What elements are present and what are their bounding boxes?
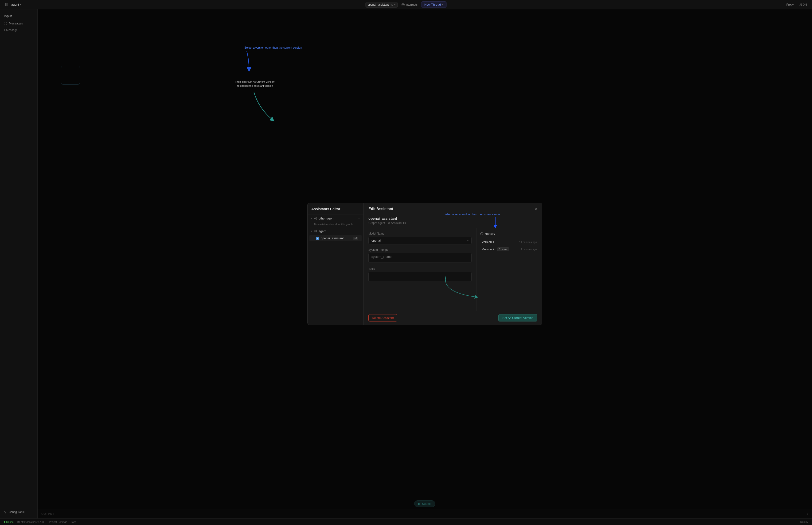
new-thread-dropdown-icon: ▾ (442, 3, 443, 6)
ea-footer: Delete Assistant Set As Current Version (364, 311, 542, 325)
messages-label: Messages (9, 21, 23, 25)
edit-assistant-panel: Edit Assistant × openai_assistant Graph:… (364, 203, 542, 325)
url-text: http://localhost:57689 (21, 521, 45, 523)
top-bar-left: agent ▾ (4, 2, 21, 7)
svg-line-9 (315, 218, 316, 218)
system-prompt-input[interactable] (368, 253, 472, 263)
svg-point-2 (401, 3, 404, 6)
agent-chevron: ∨ (311, 230, 312, 232)
logs-link[interactable]: Logs (71, 521, 76, 523)
history-version2-label: Version 2 (482, 247, 494, 251)
history-current-badge: Current (497, 247, 509, 251)
agent-label: agent (11, 3, 19, 6)
assistant-id-label: Assistant ID (391, 221, 406, 225)
model-name-value: openai (371, 239, 381, 242)
model-dropdown-icon: ▾ (467, 239, 469, 242)
agent-selector[interactable]: agent ▾ (11, 3, 21, 6)
add-message-label: + Message (4, 28, 18, 32)
svg-line-10 (315, 219, 316, 219)
ea-title: Edit Assistant (368, 207, 393, 211)
top-bar-center: openai_assistant v2 ▾ Interrupts New Thr… (366, 1, 447, 8)
check-icon: ✓ (316, 237, 319, 240)
top-bar-right: Pretty JSON (785, 3, 808, 7)
svg-line-15 (315, 231, 316, 232)
svg-point-11 (315, 230, 315, 231)
add-message-button[interactable]: + Message (0, 27, 37, 33)
svg-rect-1 (6, 3, 8, 6)
ae-title: Assistants Editor (311, 207, 340, 211)
project-settings-link[interactable]: Project Settings (49, 521, 67, 523)
set-current-version-button[interactable]: Set As Current Version (498, 314, 537, 321)
agent-graph-label: ∨ agent (311, 229, 326, 233)
center-area: ▶ Submit OUTPUT › Assistants Editor ∨ (37, 10, 812, 519)
new-thread-label: New Thread (424, 3, 441, 6)
agent-add-button[interactable]: + (358, 229, 360, 233)
ea-info: openai_assistant Graph: agent ⧉ Assistan… (364, 214, 542, 228)
modal-overlay: Assistants Editor ∨ other-agent (37, 10, 812, 519)
gear-icon (4, 511, 7, 514)
history-version1-label: Version 1 (482, 240, 494, 244)
graph-value: agent (378, 221, 385, 225)
other-agent-add-button[interactable]: + (358, 216, 360, 221)
tools-input[interactable] (368, 272, 472, 282)
no-assistants-text: No assistants found for this graph (308, 222, 364, 227)
model-name-group: Model Name openai ▾ (368, 232, 472, 244)
history-header: History (480, 232, 538, 236)
history-version1-info: Version 1 (482, 240, 494, 244)
left-sidebar: Input Messages + Message Configurable (0, 10, 37, 519)
main-layout: Input Messages + Message Configurable ▶ … (0, 10, 812, 519)
svg-point-5 (5, 512, 6, 512)
url-link[interactable]: http://localhost:57689 (17, 521, 45, 523)
pretty-button[interactable]: Pretty (785, 3, 795, 7)
interrupts-button[interactable]: Interrupts (401, 3, 417, 6)
history-version2-info: Version 2 Current (482, 247, 509, 251)
close-button[interactable]: × (535, 207, 537, 211)
ea-assistant-name: openai_assistant (368, 216, 537, 221)
delete-assistant-button[interactable]: Delete Assistant (368, 314, 397, 321)
configurable-button[interactable]: Configurable (0, 509, 37, 515)
online-label: Online (6, 521, 14, 523)
history-version1-time: 11 minutes ago (519, 241, 537, 243)
svg-line-14 (315, 230, 316, 231)
other-agent-graph-icon (314, 217, 317, 220)
online-dot (4, 521, 5, 523)
sidebar-toggle-button[interactable] (4, 2, 10, 7)
system-prompt-label: System Prompt (368, 248, 472, 252)
openai-assistant-item[interactable]: ✓ openai_assistant v2 (309, 235, 362, 241)
assistant-id-button[interactable]: ⧉ Assistant ID (388, 221, 406, 225)
messages-item[interactable]: Messages (0, 20, 37, 27)
version-number: v2 (391, 3, 394, 6)
tools-label: Tools (368, 267, 472, 270)
assistant-name: openai_assistant (321, 236, 344, 240)
agent-row[interactable]: ∨ agent + (308, 227, 364, 235)
version-name: openai_assistant (368, 3, 389, 6)
svg-point-7 (316, 217, 317, 218)
interrupts-icon (401, 3, 404, 6)
history-clock-icon (480, 232, 483, 235)
history-title: History (485, 232, 495, 236)
ea-body: Model Name openai ▾ System Prompt Tools (364, 228, 542, 311)
clipboard-icon: ⧉ (388, 221, 390, 225)
assistant-name-row: ✓ openai_assistant (316, 236, 344, 240)
assistants-editor-panel: Assistants Editor ∨ other-agent (307, 203, 364, 325)
other-agent-row[interactable]: ∨ other-agent + (308, 215, 364, 222)
ea-header: Edit Assistant × (364, 203, 542, 214)
ae-header: Assistants Editor (308, 203, 364, 215)
new-thread-button[interactable]: New Thread ▾ (421, 1, 447, 8)
svg-rect-19 (18, 521, 19, 522)
link-icon (17, 521, 20, 523)
svg-point-8 (316, 219, 317, 220)
version-selector[interactable]: openai_assistant v2 ▾ (366, 2, 398, 7)
model-name-input[interactable]: openai ▾ (368, 237, 472, 244)
configurable-label: Configurable (9, 510, 25, 514)
system-prompt-group: System Prompt (368, 248, 472, 264)
ea-meta-graph: Graph: agent (368, 221, 385, 225)
json-button[interactable]: JSON (798, 3, 808, 7)
other-agent-label: ∨ other-agent (311, 217, 334, 220)
agent-dropdown-icon: ▾ (20, 3, 21, 6)
history-version2-row[interactable]: Version 2 Current 2 minutes ago (480, 245, 538, 253)
model-name-label: Model Name (368, 232, 472, 235)
history-version1-row[interactable]: Version 1 11 minutes ago (480, 238, 538, 245)
tools-group: Tools (368, 267, 472, 282)
deploy-button[interactable]: Deploy (800, 521, 808, 523)
